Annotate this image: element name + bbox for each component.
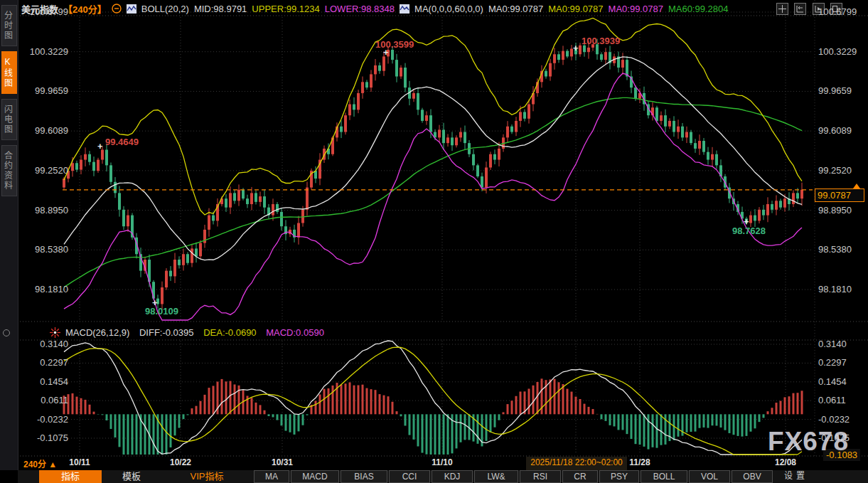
toolbar-template-button[interactable]: 模板 <box>103 470 160 483</box>
pan-move-icon[interactable] <box>776 3 788 15</box>
ma-indicator-icon[interactable] <box>400 4 409 14</box>
toolbar-ma-button[interactable]: MA <box>254 470 289 483</box>
toolbar-indicator-button[interactable]: 指标 <box>39 470 102 483</box>
y-axis-label-left: 100.6799 <box>21 6 68 17</box>
toolbar-bias-button[interactable]: BIAS <box>341 470 387 483</box>
toolbar-vol-button[interactable]: VOL <box>689 470 730 483</box>
toolbar-cci-button[interactable]: CCI <box>389 470 430 483</box>
current-price-tag: 99.0787 <box>815 189 864 202</box>
ma0-yellow-value: MA0:99.0787 <box>548 4 603 14</box>
toolbar-lw-button[interactable]: LW& <box>474 470 518 483</box>
y-axis-label-right: 99.9659 <box>818 85 865 96</box>
macd-header: MACD(26,12,9) DIFF:-0.0395 DEA:-0.0690 M… <box>65 327 331 338</box>
annotation-peak2: 100.3939 <box>582 36 620 46</box>
y-axis-label-left: 98.8950 <box>21 205 68 216</box>
y-axis-label-right: 98.5380 <box>818 244 865 255</box>
x-axis-label: 12/08 <box>764 457 807 467</box>
marker-cross-icon: + <box>573 43 579 53</box>
macd-macd-value: MACD:0.0590 <box>266 327 324 338</box>
ma0-white-value: MA0:99.0787 <box>488 4 543 14</box>
toolbar-kdj-button[interactable]: KDJ <box>432 470 473 483</box>
y-axis-label-right: 99.6089 <box>818 125 865 136</box>
annotation-high1: 99.4649 <box>105 137 139 147</box>
macd-diff-value: DIFF:-0.0395 <box>139 327 194 338</box>
toolbar-macd-button[interactable]: MACD <box>291 470 339 483</box>
x-axis-label: 10/22 <box>159 457 202 467</box>
y-axis-label-left: 0.0611 <box>21 395 68 405</box>
axis-scale-left-icon[interactable] <box>794 3 806 15</box>
macd-dea-value: DEA:-0.0690 <box>203 327 256 338</box>
period-badge[interactable]: 【240分】 <box>63 2 107 16</box>
toolbar-boll-button[interactable]: BOLL <box>641 470 687 483</box>
y-axis-label-right: 0.1454 <box>818 376 865 387</box>
y-axis-label-left: 0.1454 <box>21 376 68 387</box>
y-axis-label-right: 0.3140 <box>818 339 865 349</box>
price-up-triangle-icon <box>853 184 860 189</box>
watermark: FX678 <box>768 427 849 457</box>
x-axis-label: 10/11 <box>58 457 101 467</box>
annotation-peak1: 100.3599 <box>375 39 414 50</box>
toolbar-vip-indicator-button[interactable]: VIP指标 <box>161 470 252 483</box>
period-readout[interactable]: 240分 ▲ <box>23 457 57 469</box>
y-axis-label-left: 99.9659 <box>21 85 68 96</box>
toolbar-obv-button[interactable]: OBV <box>732 470 773 483</box>
y-axis-label-left: -0.1075 <box>21 432 68 443</box>
toolbar-cr-button[interactable]: CR <box>562 470 598 483</box>
y-axis-label-right: 98.1810 <box>818 284 865 294</box>
toolbar-psy-button[interactable]: PSY <box>599 470 639 483</box>
y-axis-label-right: 0.0611 <box>818 395 865 405</box>
boll-lower-value: LOWER:98.8348 <box>325 4 395 14</box>
ma0-magenta-value: MA0:99.0787 <box>609 4 663 14</box>
x-axis-label: 10/31 <box>261 457 304 467</box>
annotation-low2: 98.7628 <box>732 225 766 236</box>
toolbar-settings-button[interactable]: 设置 <box>774 470 818 483</box>
y-axis-label-right: 0.2297 <box>818 357 865 368</box>
zoom-out-icon[interactable] <box>112 4 122 14</box>
y-axis-label-left: 99.2520 <box>21 165 68 176</box>
boll-upper-value: UPPER:99.1234 <box>252 4 319 14</box>
ma-label: MA(0,0,0,60,0,0) <box>414 4 483 14</box>
y-axis-label-right: 100.6799 <box>818 6 865 17</box>
annotation-low1: 98.0109 <box>145 306 178 317</box>
y-axis-label-left: 99.6089 <box>21 125 68 136</box>
y-axis-label-right: 100.3229 <box>818 46 865 57</box>
y-axis-label-left: 0.3140 <box>21 339 68 349</box>
macd-params-label: MACD(26,12,9) <box>65 327 129 338</box>
y-axis-label-right: -0.0232 <box>818 414 865 425</box>
x-axis-row: 240分 ▲ 10/11 10/22 10/31 11/10 11/28 12/… <box>0 457 868 469</box>
y-axis-label-left: 98.5380 <box>21 244 68 255</box>
y-axis-label-left: 100.3229 <box>21 46 68 57</box>
boll-indicator-icon[interactable] <box>127 4 136 14</box>
boll-label: BOLL(20,2) <box>141 4 189 14</box>
y-axis-label-left: 0.2297 <box>21 357 68 368</box>
bottom-toolbar: 指标 模板 VIP指标 MA MACD BIAS CCI KDJ LW& RSI… <box>18 470 868 483</box>
x-axis-label: 11/10 <box>421 457 464 467</box>
ma60-value: MA60:99.2804 <box>668 4 729 14</box>
y-axis-label-right: 98.8950 <box>818 205 865 216</box>
y-axis-label-right: 99.2520 <box>818 165 865 176</box>
indicator-settings-icon[interactable] <box>50 327 60 338</box>
toolbar-rsi-button[interactable]: RSI <box>520 470 561 483</box>
boll-mid-value: MID:98.9791 <box>194 4 247 14</box>
y-axis-label-left: 98.1810 <box>21 284 68 294</box>
marker-cross-icon: + <box>97 141 103 152</box>
chart-header: 美元指数 【240分】 BOLL(20,2) MID:98.9791 UPPER… <box>21 2 728 15</box>
y-axis-label-left: -0.0232 <box>21 414 68 425</box>
